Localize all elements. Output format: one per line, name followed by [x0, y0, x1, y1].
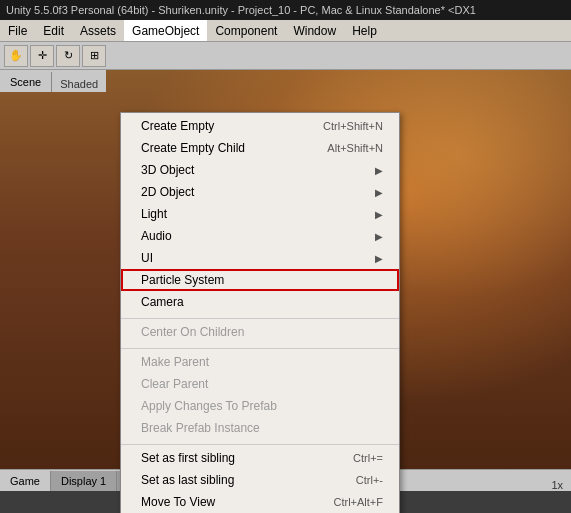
menu-ui[interactable]: UI ▶ — [121, 247, 399, 269]
scene-tab[interactable]: Scene — [0, 72, 52, 92]
separator-3 — [121, 439, 399, 445]
scale-value: 1x — [551, 479, 563, 491]
scale-info: 1x — [543, 479, 571, 491]
menu-assets[interactable]: Assets — [72, 20, 124, 41]
display-tab[interactable]: Display 1 — [51, 471, 117, 491]
menu-create-empty[interactable]: Create Empty Ctrl+Shift+N — [121, 115, 399, 137]
title-bar: Unity 5.5.0f3 Personal (64bit) - Shurike… — [0, 0, 571, 20]
menu-help[interactable]: Help — [344, 20, 385, 41]
menu-edit[interactable]: Edit — [35, 20, 72, 41]
menu-bar: File Edit Assets GameObject Component Wi… — [0, 20, 571, 42]
title-text: Unity 5.5.0f3 Personal (64bit) - Shurike… — [6, 4, 476, 16]
menu-apply-changes: Apply Changes To Prefab — [121, 395, 399, 417]
menu-audio[interactable]: Audio ▶ — [121, 225, 399, 247]
gameobject-dropdown: Create Empty Ctrl+Shift+N Create Empty C… — [120, 112, 400, 513]
menu-create-empty-child[interactable]: Create Empty Child Alt+Shift+N — [121, 137, 399, 159]
main-area: Scene Shaded Game Display 1 16:1 1x Crea… — [0, 70, 571, 491]
menu-set-first-sibling[interactable]: Set as first sibling Ctrl+= — [121, 447, 399, 469]
menu-move-to-view[interactable]: Move To View Ctrl+Alt+F — [121, 491, 399, 513]
separator-1 — [121, 313, 399, 319]
move-tool[interactable]: ✛ — [30, 45, 54, 67]
menu-set-last-sibling[interactable]: Set as last sibling Ctrl+- — [121, 469, 399, 491]
menu-window[interactable]: Window — [285, 20, 344, 41]
menu-file[interactable]: File — [0, 20, 35, 41]
shaded-label: Shaded — [52, 76, 106, 92]
menu-break-prefab: Break Prefab Instance — [121, 417, 399, 439]
menu-camera[interactable]: Camera — [121, 291, 399, 313]
rotate-tool[interactable]: ↻ — [56, 45, 80, 67]
menu-clear-parent: Clear Parent — [121, 373, 399, 395]
view-tabs: Scene Shaded — [0, 70, 106, 92]
menu-component[interactable]: Component — [207, 20, 285, 41]
game-tab[interactable]: Game — [0, 471, 51, 491]
menu-3d-object[interactable]: 3D Object ▶ — [121, 159, 399, 181]
hand-tool[interactable]: ✋ — [4, 45, 28, 67]
toolbar: ✋ ✛ ↻ ⊞ — [0, 42, 571, 70]
scale-tool[interactable]: ⊞ — [82, 45, 106, 67]
menu-gameobject[interactable]: GameObject — [124, 20, 207, 41]
menu-2d-object[interactable]: 2D Object ▶ — [121, 181, 399, 203]
menu-center-on-children: Center On Children — [121, 321, 399, 343]
menu-make-parent: Make Parent — [121, 351, 399, 373]
menu-particle-system[interactable]: Particle System — [121, 269, 399, 291]
separator-2 — [121, 343, 399, 349]
menu-light[interactable]: Light ▶ — [121, 203, 399, 225]
